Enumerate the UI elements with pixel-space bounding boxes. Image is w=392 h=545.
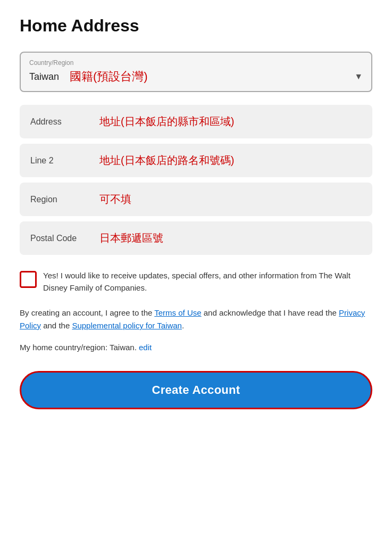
terms-suffix: .: [182, 321, 184, 330]
field-label-3: Postal Code: [30, 234, 89, 243]
field-label-1: Line 2: [30, 156, 89, 166]
terms-section: By creating an account, I agree to the T…: [20, 307, 372, 332]
newsletter-checkbox-label: Yes! I would like to receive updates, sp…: [43, 270, 372, 294]
terms-prefix: By creating an account, I agree to the: [20, 308, 154, 317]
country-region-value: Taiwan: [29, 71, 59, 82]
address-field-row-0[interactable]: Address地址(日本飯店的縣市和區域): [20, 105, 372, 138]
address-field-row-3[interactable]: Postal Code日本郵遞區號: [20, 221, 372, 255]
field-annotation-0: 地址(日本飯店的縣市和區域): [99, 114, 234, 129]
checkbox-inner: [23, 275, 33, 284]
create-account-button[interactable]: Create Account: [20, 371, 372, 409]
home-country-text: My home country/region: Taiwan.: [20, 343, 137, 352]
field-annotation-1: 地址(日本飯店的路名和號碼): [99, 153, 234, 168]
field-label-2: Region: [30, 195, 89, 204]
home-country-row: My home country/region: Taiwan. edit: [20, 343, 372, 352]
terms-and: and the: [41, 321, 72, 330]
address-field-row-2[interactable]: Region可不填: [20, 183, 372, 216]
field-label-0: Address: [30, 117, 89, 127]
address-fields: Address地址(日本飯店的縣市和區域)Line 2地址(日本飯店的路名和號碼…: [20, 105, 372, 255]
supplemental-policy-link[interactable]: Supplemental policy for Taiwan: [72, 321, 182, 330]
page-title: Home Address: [20, 16, 372, 36]
terms-middle: and acknowledge that I have read the: [202, 308, 339, 317]
newsletter-checkbox[interactable]: [20, 271, 37, 288]
edit-home-country-link[interactable]: edit: [139, 343, 152, 352]
country-region-select[interactable]: Country/Region Taiwan 國籍(預設台灣) ▼: [20, 52, 372, 92]
country-annotation: 國籍(預設台灣): [70, 69, 148, 85]
field-annotation-3: 日本郵遞區號: [99, 231, 163, 245]
terms-of-use-link[interactable]: Terms of Use: [154, 308, 201, 317]
country-region-label: Country/Region: [29, 59, 363, 67]
field-annotation-2: 可不填: [99, 192, 131, 207]
chevron-down-icon: ▼: [354, 72, 363, 81]
address-field-row-1[interactable]: Line 2地址(日本飯店的路名和號碼): [20, 144, 372, 177]
newsletter-checkbox-section: Yes! I would like to receive updates, sp…: [20, 270, 372, 294]
